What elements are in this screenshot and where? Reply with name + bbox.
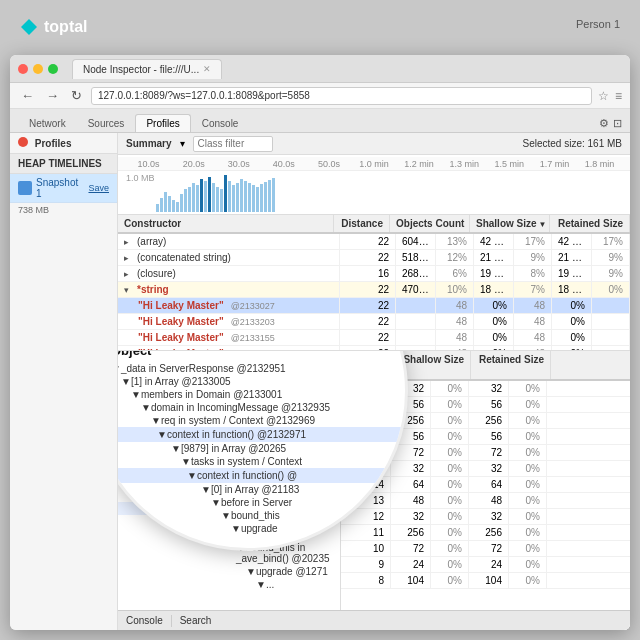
search-tab[interactable]: Search bbox=[180, 615, 212, 626]
chart-bar bbox=[200, 179, 203, 212]
browser-tab[interactable]: Node Inspector - file:///U... ✕ bbox=[72, 59, 222, 79]
tab-profiles[interactable]: Profiles bbox=[135, 114, 190, 132]
summary-arrow: ▾ bbox=[180, 138, 185, 149]
ruler-tick-8: 1.3 min bbox=[442, 159, 487, 169]
chart-bar bbox=[232, 185, 235, 212]
chart-bar bbox=[236, 183, 239, 212]
bt-row[interactable]: 14 64 0% 64 0% bbox=[341, 477, 630, 493]
table-row-string[interactable]: *string 22 470 817 10% 18 024 168 7% 18 … bbox=[118, 282, 630, 298]
tab-sources[interactable]: Sources bbox=[77, 114, 136, 132]
th-constructor[interactable]: Constructor bbox=[118, 215, 334, 232]
retainers-panel: Retainers Object ▼_data in ServerRespons… bbox=[118, 351, 340, 610]
reload-button[interactable]: ↻ bbox=[68, 87, 85, 104]
chart-bar bbox=[240, 179, 243, 212]
bt-row[interactable]: 13 48 0% 48 0% bbox=[341, 493, 630, 509]
retainer-row: ▼domain in IncomingMessage @2132935 bbox=[118, 426, 340, 450]
divider bbox=[171, 615, 172, 627]
table-row[interactable]: (array) 22 604 945 13% 42 886 280 17% 42… bbox=[118, 234, 630, 250]
timeline-ruler: 10.0s 20.0s 30.0s 40.0s 50.0s 1.0 min 1.… bbox=[118, 157, 630, 171]
retainer-row: ▼upgrade @1271 bbox=[118, 565, 340, 578]
ruler-tick-2: 20.0s bbox=[171, 159, 216, 169]
bt-row[interactable]: 22 32 0% 32 0% bbox=[341, 381, 630, 397]
th-retained-size[interactable]: Retained Size bbox=[550, 215, 630, 232]
chart-bar bbox=[252, 185, 255, 212]
url-bar[interactable] bbox=[91, 87, 592, 105]
retainer-row: ▼before in Server bbox=[118, 528, 340, 541]
bt-th-distance[interactable]: Distance ▲ bbox=[341, 351, 391, 379]
table-row-leaky[interactable]: "Hi Leaky Master"@2133155 22 48 0% 48 0% bbox=[118, 330, 630, 346]
expand-icon[interactable] bbox=[124, 285, 134, 295]
th-objects-count[interactable]: Objects Count bbox=[390, 215, 470, 232]
forward-button[interactable]: → bbox=[43, 87, 62, 104]
snapshot-size: 738 MB bbox=[10, 203, 117, 217]
retainer-row-bound-this: ▼bound_this in _ave_bind() @20235 bbox=[118, 541, 340, 565]
back-button[interactable]: ← bbox=[18, 87, 37, 104]
menu-icon: ≡ bbox=[615, 89, 622, 103]
bt-row[interactable]: 12 32 0% 32 0% bbox=[341, 509, 630, 525]
console-tab[interactable]: Console bbox=[126, 615, 163, 626]
chart-bar bbox=[184, 189, 187, 212]
chart-bar bbox=[248, 183, 251, 212]
retainer-row: ▼[0] in Array @21183 bbox=[118, 515, 340, 528]
tab-console[interactable]: Console bbox=[191, 114, 250, 132]
tab-network[interactable]: Network bbox=[18, 114, 77, 132]
chart-bar bbox=[244, 181, 247, 212]
chart-bar bbox=[180, 194, 183, 212]
chart-bar bbox=[268, 180, 271, 212]
bt-row[interactable]: 10 72 0% 72 0% bbox=[341, 541, 630, 557]
chart-bar bbox=[220, 189, 223, 212]
bt-row[interactable]: 18 256 0% 256 0% bbox=[341, 413, 630, 429]
devtools-icons: ⚙ ⊡ bbox=[599, 117, 622, 132]
bt-th-shallow[interactable]: Shallow Size bbox=[391, 351, 471, 379]
snapshot-icon bbox=[18, 181, 32, 195]
toptal-diamond-icon bbox=[20, 18, 38, 36]
close-button[interactable] bbox=[18, 64, 28, 74]
table-row-leaky[interactable]: "Hi Leaky Master"@2133203 22 48 0% 48 0% bbox=[118, 314, 630, 330]
table-row[interactable]: (closure) 16 268 856 6% 19 357 632 8% 19… bbox=[118, 266, 630, 282]
ruler-tick-4: 40.0s bbox=[261, 159, 306, 169]
expand-icon[interactable] bbox=[124, 253, 134, 263]
constructor-table: Constructor Distance Objects Count Shall… bbox=[118, 215, 630, 350]
bt-th-retained[interactable]: Retained Size bbox=[471, 351, 551, 379]
bt-row[interactable]: 8 104 0% 104 0% bbox=[341, 573, 630, 589]
ruler-tick-11: 1.8 min bbox=[577, 159, 622, 169]
minimize-button[interactable] bbox=[33, 64, 43, 74]
chart-bar bbox=[156, 204, 159, 212]
bt-row[interactable]: 20 56 0% 56 0% bbox=[341, 397, 630, 413]
ruler-tick-10: 1.7 min bbox=[532, 159, 577, 169]
bt-row[interactable]: 17 56 0% 56 0% bbox=[341, 429, 630, 445]
expand-icon[interactable] bbox=[124, 269, 134, 279]
bt-row[interactable]: 11 256 0% 256 0% bbox=[341, 525, 630, 541]
table-row[interactable]: (concatenated string) 22 518 016 12% 21 … bbox=[118, 250, 630, 266]
bt-row[interactable]: 9 24 0% 24 0% bbox=[341, 557, 630, 573]
chart-bars bbox=[126, 171, 622, 212]
th-distance[interactable]: Distance bbox=[334, 215, 390, 232]
snapshot-item[interactable]: Snapshot 1 Save bbox=[10, 174, 117, 203]
retainer-row-context: ▼context in function() @ bbox=[118, 502, 340, 515]
chart-bar bbox=[264, 182, 267, 212]
chart-bar bbox=[272, 178, 275, 212]
save-button[interactable]: Save bbox=[88, 183, 109, 193]
retainer-row: ▼members in Domain @2133001 bbox=[118, 413, 340, 426]
expand-icon[interactable] bbox=[124, 237, 134, 247]
browser-tab-label: Node Inspector - file:///U... bbox=[83, 64, 199, 75]
retainer-row: ▼req in system / Context @2132969 bbox=[118, 450, 340, 463]
chart-bar bbox=[204, 181, 207, 212]
record-icon[interactable] bbox=[18, 137, 28, 147]
chart-bar bbox=[196, 185, 199, 212]
bt-row[interactable]: 16 72 0% 72 0% bbox=[341, 445, 630, 461]
class-filter-input[interactable] bbox=[193, 136, 273, 152]
chart-bar bbox=[188, 187, 191, 212]
settings-icon[interactable]: ⚙ bbox=[599, 117, 609, 130]
bt-header: Distance ▲ Shallow Size Retained Size bbox=[341, 351, 630, 381]
chart-bar bbox=[172, 200, 175, 212]
toptal-logo: toptal bbox=[20, 18, 88, 36]
table-row-leaky-selected[interactable]: "Hi Leaky Master"@2133027 22 48 0% 48 0% bbox=[118, 298, 630, 314]
chart-bar bbox=[256, 187, 259, 212]
person-label: Person 1 bbox=[576, 18, 620, 30]
tab-close-icon[interactable]: ✕ bbox=[203, 64, 211, 74]
maximize-button[interactable] bbox=[48, 64, 58, 74]
bt-row[interactable]: 15 32 0% 32 0% bbox=[341, 461, 630, 477]
dock-icon[interactable]: ⊡ bbox=[613, 117, 622, 130]
th-shallow-size[interactable]: Shallow Size▼ bbox=[470, 215, 550, 232]
